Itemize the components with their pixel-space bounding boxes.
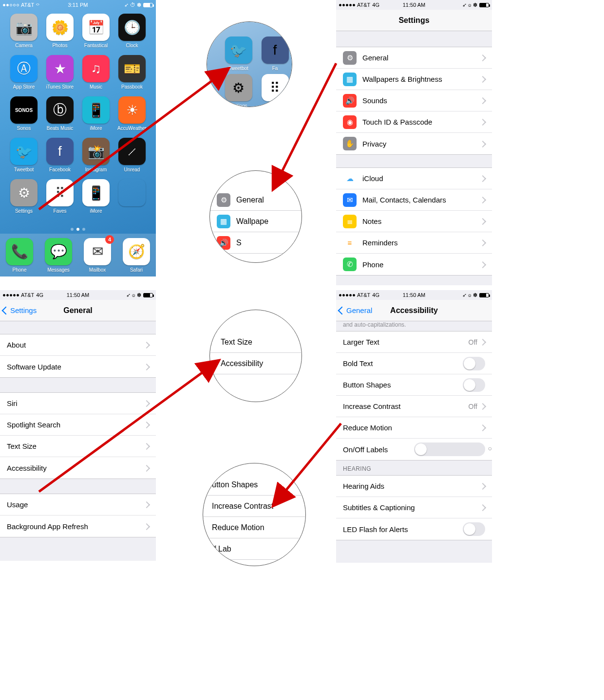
- list-row[interactable]: ▦Wallpape: [210, 211, 302, 232]
- accessibility-row-bold-text[interactable]: Bold Text: [336, 353, 492, 374]
- accessibility-row-larger-text[interactable]: Larger TextOff: [336, 332, 492, 353]
- app-label: Faves: [53, 208, 66, 214]
- app-imore[interactable]: 📱iMore: [78, 179, 114, 214]
- chevron-right-icon: [480, 140, 485, 148]
- accessibility-hearing-group: Hearing AidsSubtitles & CaptioningLED Fl…: [336, 475, 492, 540]
- list-row[interactable]: Increase Contrast: [203, 496, 305, 517]
- settings-row-privacy[interactable]: ✋Privacy: [336, 133, 492, 154]
- app-passbook[interactable]: 🎫Passbook: [114, 55, 150, 90]
- list-row[interactable]: Reduce Motion: [203, 517, 305, 538]
- app-camera[interactable]: 📷Camera: [6, 14, 42, 48]
- toggle-switch[interactable]: [463, 357, 485, 370]
- app-photos[interactable]: 🌼Photos: [42, 14, 78, 48]
- app-phone[interactable]: 📞Phone: [0, 238, 39, 273]
- chevron-right-icon: [480, 118, 485, 126]
- accessibility-row-button-shapes[interactable]: Button Shapes: [336, 374, 492, 396]
- row-label: On/Off Labels: [343, 445, 414, 454]
- nav-bar: General Accessibility: [336, 300, 492, 321]
- settings-row-wallpapers-brightness[interactable]: ▦Wallpapers & Brightness: [336, 69, 492, 90]
- row-icon: ☁: [343, 172, 357, 185]
- status-time: 11:50 AM: [0, 292, 156, 298]
- chevron-right-icon: [144, 341, 149, 349]
- row-label: Usage: [7, 500, 144, 509]
- app-label: Photos: [52, 43, 67, 48]
- toggle-switch[interactable]: [463, 522, 485, 536]
- settings-row-touch-id-passcode[interactable]: ◉Touch ID & Passcode: [336, 111, 492, 133]
- settings-row-reminders[interactable]: ≡Reminders: [336, 232, 492, 254]
- app-icon[interactable]: ⠿Fa: [258, 74, 292, 107]
- list-row[interactable]: Accessibility: [210, 353, 302, 374]
- list-row[interactable]: ⚙General: [210, 189, 302, 211]
- row-label: Phone: [362, 260, 480, 269]
- general-row-siri[interactable]: Siri: [0, 393, 156, 414]
- row-label: Subtitles & Captioning: [343, 503, 480, 512]
- chevron-right-icon: [144, 464, 149, 472]
- accessibility-row-led-flash-for-alerts[interactable]: LED Flash for Alerts: [336, 518, 492, 540]
- app-safari[interactable]: 🧭Safari: [117, 238, 156, 273]
- app-fantastical[interactable]: 📅Fantastical: [78, 14, 114, 48]
- app-mailbox[interactable]: ✉4Mailbox: [78, 238, 117, 273]
- app-settings[interactable]: ⚙Settings: [6, 179, 42, 214]
- accessibility-row-reduce-motion[interactable]: Reduce Motion: [336, 417, 492, 439]
- nav-bar: Settings: [336, 10, 492, 31]
- page-title: Accessibility: [390, 306, 438, 315]
- app-beats-music[interactable]: ⓑBeats Music: [42, 96, 78, 131]
- app-sonos[interactable]: SONOSSonos: [6, 96, 42, 131]
- app-imore[interactable]: 📱iMore: [78, 96, 114, 131]
- toggle-switch[interactable]: [463, 378, 485, 392]
- app-instagram[interactable]: 📸Instagram: [78, 138, 114, 172]
- general-row-about[interactable]: About: [0, 334, 156, 356]
- app-settings[interactable]: ⚙Settings: [222, 74, 255, 107]
- row-label: Sounds: [362, 96, 480, 105]
- app-label: Messages: [47, 267, 70, 273]
- accessibility-row-increase-contrast[interactable]: Increase ContrastOff: [336, 396, 492, 417]
- app-faves[interactable]: ⠿Faves: [42, 179, 78, 214]
- settings-row-notes[interactable]: ≣Notes: [336, 211, 492, 232]
- app-itunes-store[interactable]: ★iTunes Store: [42, 55, 78, 90]
- general-row-accessibility[interactable]: Accessibility: [0, 457, 156, 479]
- app-facebook[interactable]: fFacebook: [42, 138, 78, 172]
- settings-row-icloud[interactable]: ☁iCloud: [336, 168, 492, 189]
- gear-icon: ⚙: [217, 193, 230, 207]
- status-bar: AT&T 4G 11:50 AM ➶ ⌾ ✽: [336, 290, 492, 300]
- general-row-background-app-refresh[interactable]: Background App Refresh: [0, 516, 156, 537]
- app-messages[interactable]: 💬Messages: [39, 238, 78, 273]
- app-icon[interactable]: 🐦Tweetbot: [222, 37, 255, 71]
- back-button[interactable]: Settings: [3, 306, 37, 314]
- accessibility-row-subtitles-captioning[interactable]: Subtitles & Captioning: [336, 497, 492, 518]
- settings-row-mail-contacts-calendars[interactable]: ✉Mail, Contacts, Calendars: [336, 189, 492, 211]
- list-row[interactable]: Text Size: [210, 332, 302, 353]
- app-accuweather[interactable]: ☀AccuWeather: [114, 96, 150, 131]
- settings-row-general[interactable]: ⚙General: [336, 47, 492, 69]
- row-label: Increase Contrast: [343, 402, 469, 410]
- chevron-right-icon: [144, 442, 149, 450]
- app-unread[interactable]: ⟋Unread: [114, 138, 150, 172]
- list-row[interactable]: utton Shapes: [203, 474, 305, 496]
- badge: 4: [105, 235, 114, 244]
- app-music[interactable]: ♫Music: [78, 55, 114, 90]
- app-clock[interactable]: 🕒Clock: [114, 14, 150, 48]
- chevron-right-icon: [144, 421, 149, 429]
- app-label: Fantastical: [84, 43, 108, 48]
- back-button[interactable]: General: [339, 306, 372, 314]
- general-row-text-size[interactable]: Text Size: [0, 436, 156, 457]
- app-label: iMore: [90, 208, 102, 214]
- accessibility-row-hearing-aids[interactable]: Hearing Aids: [336, 476, 492, 497]
- app-app-store[interactable]: ⒶApp Store: [6, 55, 42, 90]
- page-indicator: [0, 227, 156, 232]
- accessibility-row-on-off-labels[interactable]: On/Off Labels: [336, 439, 492, 460]
- row-label: Touch ID & Passcode: [362, 118, 480, 126]
- general-row-software-update[interactable]: Software Update: [0, 356, 156, 377]
- settings-row-phone[interactable]: ✆Phone: [336, 254, 492, 275]
- general-row-spotlight-search[interactable]: Spotlight Search: [0, 414, 156, 436]
- status-bar: AT&T 4G 11:50 AM ➶ ⌾ ✽: [336, 0, 492, 10]
- status-bar: AT&T 4G 11:50 AM ➶ ⌾ ✽: [0, 290, 156, 300]
- toggle-switch[interactable]: [414, 442, 485, 456]
- app-tweetbot[interactable]: 🐦Tweetbot: [6, 138, 42, 172]
- list-row[interactable]: ff Lab: [203, 538, 305, 560]
- status-time: 11:50 AM: [336, 292, 492, 298]
- general-row-usage[interactable]: Usage: [0, 494, 156, 516]
- settings-row-sounds[interactable]: 🔊Sounds: [336, 90, 492, 111]
- app-icon[interactable]: fFa: [258, 37, 292, 71]
- list-row[interactable]: 🔊S: [210, 232, 302, 254]
